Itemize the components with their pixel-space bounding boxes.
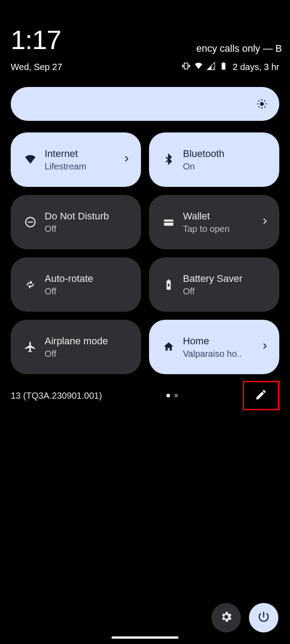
rotate-icon — [21, 278, 40, 291]
vibrate-icon — [182, 62, 191, 73]
tile-title: Airplane mode — [45, 335, 131, 347]
chevron-right-icon — [261, 342, 269, 352]
tile-wallet[interactable]: WalletTap to open — [149, 195, 279, 249]
chevron-right-icon — [122, 154, 131, 165]
gear-icon — [220, 610, 233, 625]
tile-subtitle: Valparaiso ho.. — [183, 349, 269, 359]
tile-home[interactable]: HomeValparaiso ho.. — [149, 320, 279, 374]
tile-subtitle: Off — [45, 224, 131, 234]
edit-tiles-button[interactable] — [243, 381, 279, 410]
nav-handle[interactable] — [112, 636, 178, 639]
footer-row: 13 (TQ3A.230901.001) — [11, 386, 279, 405]
tile-bluetooth[interactable]: BluetoothOn — [149, 132, 279, 187]
wifi-icon — [21, 153, 40, 166]
tile-title: Wallet — [183, 211, 269, 222]
wallet-icon — [159, 216, 178, 228]
tile-title: Auto-rotate — [45, 273, 131, 285]
tile-title: Bluetooth — [183, 148, 269, 160]
quick-settings-panel: 1:17 ency calls only — B Wed, Sep 27 ! 2… — [0, 0, 290, 644]
date: Wed, Sep 27 — [11, 62, 62, 72]
pencil-icon — [255, 388, 267, 403]
tile-title: Internet — [45, 148, 131, 160]
signal-icon: ! — [207, 62, 215, 73]
status-header: 1:17 ency calls only — B Wed, Sep 27 ! 2… — [0, 0, 290, 73]
carrier-text: ency calls only — B — [196, 43, 282, 54]
tile-batterysaver[interactable]: Battery SaverOff — [149, 257, 279, 312]
page-dot-1 — [174, 394, 178, 397]
tile-autorotate[interactable]: Auto-rotateOff — [11, 257, 141, 312]
dnd-icon — [21, 216, 40, 228]
settings-button[interactable] — [211, 603, 241, 632]
tile-airplane[interactable]: Airplane modeOff — [11, 320, 141, 374]
power-button[interactable] — [249, 603, 278, 632]
page-dots[interactable] — [102, 394, 243, 397]
chevron-right-icon — [261, 217, 269, 227]
tile-subtitle: Lifestream — [45, 161, 131, 172]
brightness-icon — [256, 98, 268, 110]
tile-internet[interactable]: InternetLifestream — [11, 132, 141, 187]
svg-rect-4 — [164, 222, 174, 223]
status-icons: ! 2 days, 3 hr — [182, 62, 279, 73]
tile-title: Home — [183, 335, 269, 347]
tile-grid: InternetLifestreamBluetoothOnDo Not Dist… — [11, 132, 279, 374]
battery-icon — [219, 62, 228, 73]
tile-subtitle: Off — [45, 349, 131, 359]
brightness-slider[interactable] — [11, 87, 279, 121]
tile-dnd[interactable]: Do Not DisturbOff — [11, 195, 141, 249]
bluetooth-icon — [159, 153, 178, 166]
svg-point-1 — [260, 102, 264, 106]
power-icon — [257, 610, 270, 625]
tile-subtitle: Off — [183, 286, 269, 297]
battery-remaining: 2 days, 3 hr — [232, 62, 279, 72]
home-icon — [159, 341, 178, 353]
tile-title: Do Not Disturb — [45, 211, 131, 222]
tile-subtitle: Tap to open — [183, 224, 269, 234]
tile-title: Battery Saver — [183, 273, 269, 285]
tile-subtitle: Off — [45, 286, 131, 297]
bottom-bar — [211, 603, 278, 632]
svg-text:!: ! — [213, 66, 215, 70]
build-label: 13 (TQ3A.230901.001) — [11, 391, 102, 401]
plane-icon — [21, 341, 40, 353]
tile-subtitle: On — [183, 161, 269, 172]
wifi-icon — [194, 62, 203, 73]
page-dot-0 — [166, 394, 170, 397]
battery-icon — [159, 278, 178, 291]
